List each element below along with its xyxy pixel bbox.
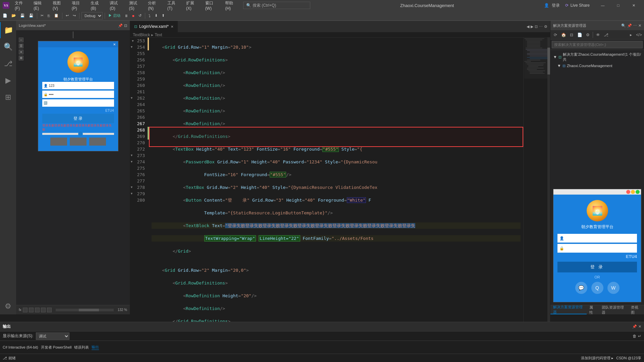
source-select[interactable]: 调试 (36, 332, 69, 340)
user-login[interactable]: 登录 (552, 3, 560, 8)
rp-weibo-btn[interactable]: W (607, 282, 620, 294)
menu-build[interactable]: 生成(B) (88, 0, 106, 11)
clear-output-icon[interactable]: 🗑 (633, 334, 637, 339)
open-file-button[interactable]: 📂 (10, 13, 17, 18)
paste-button[interactable]: 📋 (53, 13, 60, 18)
tab-properties[interactable]: 属性 (587, 305, 599, 314)
rp-password-input[interactable]: 🔒 (557, 244, 637, 253)
breadcrumb-text[interactable]: Text (155, 33, 162, 37)
preview-close-icon[interactable]: ✕ (112, 42, 117, 47)
home-icon[interactable]: 🏠 (560, 31, 567, 39)
bottom-tab-errors[interactable]: 错误列表 (74, 345, 89, 350)
git-icon-btn[interactable]: ⎇ (602, 31, 610, 39)
preview-btn-2[interactable] (70, 138, 87, 146)
stop-button[interactable]: ■ (131, 13, 136, 18)
horizontal-scrollbar[interactable] (56, 309, 114, 311)
bottom-tab-powershell[interactable]: 开发者 PowerShell (41, 345, 72, 350)
tab-team-explorer[interactable]: 团队资源管理器 (599, 305, 629, 314)
maximize-button[interactable]: □ (610, 0, 626, 11)
format-icon[interactable]: ≡ (19, 50, 23, 54)
menu-window[interactable]: 窗口(W) (203, 0, 221, 11)
menu-file[interactable]: 文件(F) (12, 0, 30, 11)
run-icon[interactable]: ▶ (0, 72, 16, 89)
minimize-button[interactable]: — (595, 0, 610, 11)
cut-button[interactable]: ✂ (39, 13, 45, 18)
pause-button[interactable]: ⏸ (123, 13, 129, 18)
search-box[interactable]: 🔍 搜索 (Ctrl+Q) (243, 2, 310, 9)
menu-tools[interactable]: 工具(T) (165, 0, 182, 11)
refresh-icon[interactable]: ⟳ (552, 31, 559, 39)
tree-solution[interactable]: ▼ ⊡ 解决方案'Zhaoxi.CourseManagement'(1 个项目/… (550, 51, 644, 63)
panel-settings-icon[interactable]: ⚙ (544, 24, 547, 29)
solution-search-input[interactable] (552, 41, 643, 48)
redo-button[interactable]: ↪ (71, 13, 77, 18)
rp-qq-btn[interactable]: Q (591, 282, 603, 294)
close-button[interactable]: ✕ (626, 0, 641, 11)
git-status[interactable]: ⎇ 就绪 (3, 356, 16, 361)
rp-user-input[interactable]: 👤 (557, 234, 637, 243)
split-icon[interactable]: ⊡ (124, 23, 127, 28)
new-file-button[interactable]: 📄 (1, 13, 9, 18)
menu-project[interactable]: 项目(P) (69, 0, 87, 11)
breadcrumb-textblock[interactable]: TextBlock (133, 33, 150, 37)
settings-icon2[interactable]: ⚙ (19, 56, 23, 60)
save-all-button[interactable]: 💾 (28, 13, 35, 18)
undo-button[interactable]: ↩ (64, 13, 70, 18)
grid-view-btn[interactable] (23, 308, 28, 312)
restart-button[interactable]: ↺ (137, 13, 143, 18)
bottom-tab-output[interactable]: 输出 (92, 345, 99, 350)
save-button[interactable]: 💾 (19, 13, 26, 18)
step-over-button[interactable]: ⤵ (147, 13, 152, 18)
search-solution-icon[interactable]: 🔍 (621, 23, 626, 28)
pin-right-icon[interactable]: 📌 (627, 23, 632, 28)
rp-login-button[interactable]: 登 录 (557, 262, 637, 272)
code-view-icon[interactable]: </> (635, 31, 643, 39)
layout-btn[interactable] (35, 308, 40, 312)
tab-close-icon[interactable]: ✕ (171, 25, 173, 29)
source-control-icon[interactable]: ⎇ (0, 56, 16, 72)
menu-analyze[interactable]: 分析(N) (145, 0, 163, 11)
split-editor-icon[interactable]: ⊡ (535, 24, 538, 29)
outdent-icon[interactable]: ☰ (19, 44, 23, 48)
preview-username-input[interactable]: 👤 123 (42, 82, 114, 89)
rp-wechat-btn[interactable]: 💬 (575, 282, 587, 294)
zoom-fit-btn[interactable] (47, 308, 52, 312)
menu-test[interactable]: 测试(S) (126, 0, 144, 11)
search-activity-icon[interactable]: 🔍 (0, 39, 16, 55)
preview-login-button[interactable]: 登 录 (42, 114, 114, 123)
more-tabs-icon[interactable]: ⋯ (539, 24, 543, 29)
explorer-icon[interactable]: 📁 (0, 22, 16, 38)
liveshare-label[interactable]: Live Share (571, 3, 590, 8)
preview-slider[interactable] (42, 133, 114, 135)
preview-btn-3[interactable] (89, 138, 106, 146)
editor-tab-loginview[interactable]: ⊡ LoginView.xaml* ✕ (130, 21, 178, 33)
fit-btn[interactable] (41, 308, 46, 312)
wrap-output-icon[interactable]: ↵ (638, 334, 641, 339)
preview-captcha-input[interactable]: 🔤 (42, 99, 114, 107)
slider-thumb[interactable] (78, 132, 83, 136)
menu-debug[interactable]: 调试(D) (107, 0, 125, 11)
tab-class-view[interactable]: 类视图 (628, 305, 644, 314)
expand-icon[interactable]: ▸ (627, 31, 635, 39)
tab-solution-explorer[interactable]: 解决方案资源管理器 (550, 305, 587, 314)
close-right-panel[interactable]: ✕ (638, 23, 641, 28)
preview-changes-icon[interactable]: 👁 (594, 31, 602, 39)
code-content[interactable]: <Grid Grid.Row="1" Margin="20,10"> <Grid… (149, 38, 523, 362)
step-out-button[interactable]: ⬆ (160, 13, 166, 18)
pin-icon[interactable]: 📌 (118, 23, 123, 28)
menu-edit[interactable]: 编辑(E) (31, 0, 49, 11)
list-view-btn[interactable] (29, 308, 34, 312)
tree-project[interactable]: ▼ ⊟ Zhaoxi.CourseManagement (550, 63, 644, 69)
add-to-source[interactable]: 添加到源代码管理 ▸ (581, 356, 613, 361)
rp-max-btn[interactable] (636, 190, 640, 194)
pin-output-icon[interactable]: 📌 (632, 324, 637, 329)
preview-password-input[interactable]: 🔒 •••• (42, 91, 114, 98)
more-right-icon[interactable]: ⋯ (633, 23, 637, 28)
close-output-icon[interactable]: ✕ (638, 324, 641, 329)
step-into-button[interactable]: ⬇ (153, 13, 159, 18)
solution-props-icon[interactable]: ⚙ (584, 31, 591, 39)
indent-icon[interactable]: ↔ (19, 38, 23, 42)
menu-extensions[interactable]: 扩展(X) (183, 0, 201, 11)
collapse-all-icon[interactable]: ⊟ (568, 31, 575, 39)
menu-help[interactable]: 帮助(H) (222, 0, 240, 11)
